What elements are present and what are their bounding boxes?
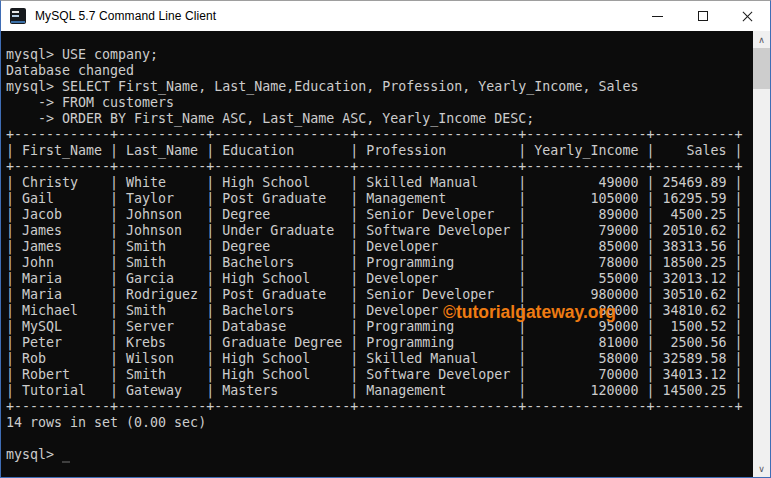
minimize-icon (652, 16, 663, 17)
scrollbar-down-icon[interactable]: ∨ (753, 460, 770, 477)
terminal-cursor (62, 461, 70, 463)
mysql-cli-window: MySQL 5.7 Command Line Client mysql> USE… (0, 0, 771, 478)
close-icon (741, 10, 754, 23)
minimize-button[interactable] (635, 1, 680, 31)
mysql-cli-icon (10, 8, 26, 24)
window-controls (635, 1, 770, 31)
maximize-button[interactable] (680, 1, 725, 31)
close-button[interactable] (725, 1, 770, 31)
terminal-output: mysql> USE company; Database changed mys… (1, 31, 770, 463)
terminal[interactable]: mysql> USE company; Database changed mys… (1, 31, 770, 477)
scrollbar[interactable]: ∧ ∨ (753, 31, 770, 477)
scrollbar-thumb[interactable] (753, 48, 770, 89)
scrollbar-up-icon[interactable]: ∧ (753, 31, 770, 48)
titlebar[interactable]: MySQL 5.7 Command Line Client (1, 1, 770, 31)
window-title: MySQL 5.7 Command Line Client (35, 9, 216, 23)
maximize-icon (698, 11, 708, 21)
